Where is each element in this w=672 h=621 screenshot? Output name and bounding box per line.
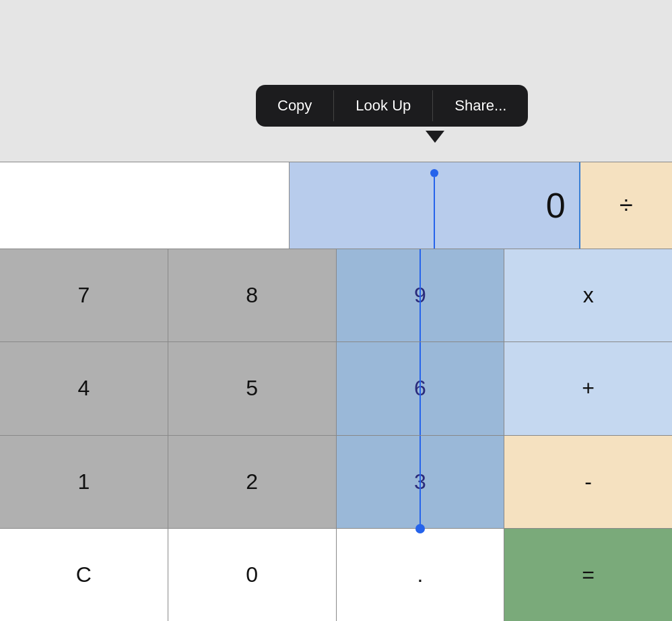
btn-clear[interactable]: C (0, 529, 168, 621)
btn-7[interactable]: 7 (0, 249, 168, 341)
button-row-1: 7 8 9 x (0, 249, 672, 342)
display-selected: 0 (290, 162, 580, 249)
btn-equals[interactable]: = (504, 529, 672, 621)
context-menu-lookup[interactable]: Look Up (334, 85, 432, 127)
context-menu-arrow (426, 131, 444, 143)
btn-9[interactable]: 9 (337, 249, 505, 341)
btn-3[interactable]: 3 (337, 436, 505, 528)
btn-4[interactable]: 4 (0, 342, 168, 434)
cursor-line-9 (419, 249, 421, 341)
top-area (0, 0, 672, 162)
cursor-dot-bottom (415, 524, 425, 533)
cursor-line-3 (419, 436, 421, 533)
display-main (0, 162, 290, 249)
btn-2[interactable]: 2 (168, 436, 337, 528)
button-row-3: 1 2 3 - (0, 436, 672, 529)
btn-6[interactable]: 6 (337, 342, 505, 434)
calculator: 0 ÷ 7 8 9 x 4 5 6 (0, 162, 672, 621)
button-row-4: C 0 . = (0, 529, 672, 621)
btn-minus[interactable]: - (504, 436, 672, 528)
context-menu-copy[interactable]: Copy (256, 85, 333, 127)
context-menu-share[interactable]: Share... (433, 85, 528, 127)
btn-0[interactable]: 0 (168, 529, 337, 621)
cursor-line-6 (419, 342, 421, 434)
cursor-dot-top (430, 169, 438, 177)
button-row-2: 4 5 6 + (0, 342, 672, 435)
div-label: ÷ (619, 191, 633, 220)
btn-multiply[interactable]: x (504, 249, 672, 341)
btn-1[interactable]: 1 (0, 436, 168, 528)
btn-plus[interactable]: + (504, 342, 672, 434)
btn-8[interactable]: 8 (168, 249, 337, 341)
display-row: 0 ÷ (0, 162, 672, 249)
display-div-button[interactable]: ÷ (580, 162, 672, 249)
cursor-line-display (434, 177, 435, 249)
btn-5[interactable]: 5 (168, 342, 337, 434)
btn-decimal[interactable]: . (337, 529, 505, 621)
context-menu: Copy Look Up Share... (256, 85, 528, 127)
display-value: 0 (546, 185, 566, 226)
